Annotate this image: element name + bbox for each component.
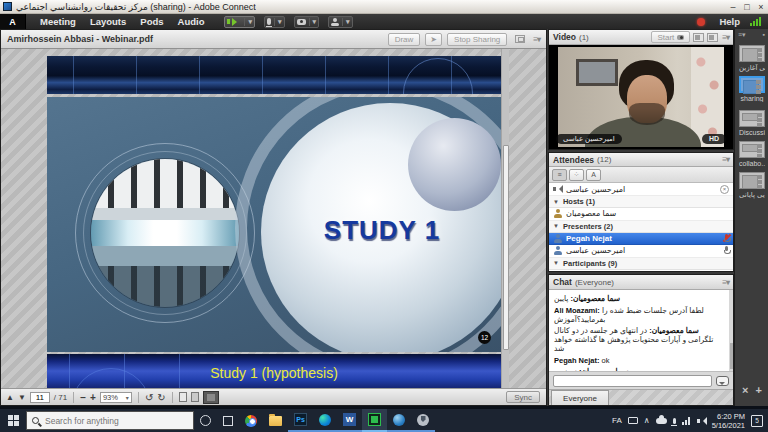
attendee-row-host[interactable]: سما معصومیان (549, 208, 733, 221)
attendees-pod-menu-icon[interactable]: ≡▾ (722, 155, 729, 164)
minimize-button[interactable]: – (726, 2, 740, 12)
onedrive-icon[interactable] (656, 418, 667, 424)
attendee-row-selected[interactable]: Pegah Nejat (549, 233, 733, 246)
participants-group-header[interactable]: ▼ Participants (9) (549, 258, 733, 270)
taskbar-security-app[interactable] (411, 409, 435, 432)
menu-meeting[interactable]: Meeting (40, 16, 76, 27)
help-menu[interactable]: Help (719, 16, 740, 27)
thumbnails-panel-button[interactable] (203, 391, 219, 404)
task-view-button[interactable] (217, 409, 239, 432)
page-down-button[interactable]: ▼ (18, 393, 26, 402)
attendee-list-view-button[interactable]: ≡ (552, 169, 567, 181)
hosts-group-header[interactable]: ▼ Hosts (1) (549, 196, 733, 208)
layout-item-opening[interactable]: پذیرایی آغازین (739, 45, 765, 72)
share-scrollbar[interactable] (501, 49, 509, 388)
sync-button[interactable]: Sync (506, 391, 540, 403)
page-number-input[interactable] (30, 392, 50, 403)
cortana-button[interactable] (194, 409, 217, 432)
language-indicator[interactable]: FA (612, 416, 622, 425)
connection-signal-icon[interactable] (750, 17, 761, 26)
zoom-in-button[interactable]: + (90, 392, 96, 403)
menu-audio[interactable]: Audio (178, 16, 205, 27)
microphone-dropdown[interactable]: ▾ (274, 18, 282, 26)
layout-item-sharing[interactable]: sharing (739, 76, 765, 102)
fullscreen-icon[interactable] (515, 35, 525, 43)
start-webcam-button[interactable]: Start (651, 31, 690, 43)
webcam-button[interactable]: ▾ (294, 16, 320, 28)
tray-microphone-icon[interactable] (673, 418, 676, 424)
microphone-button[interactable]: ▾ (264, 16, 285, 28)
add-layout-icon[interactable]: + (756, 384, 762, 396)
zoom-level-select[interactable]: 93% ▾ (100, 392, 132, 403)
taskbar-browser-app[interactable] (387, 409, 411, 432)
share-pod-menu-icon[interactable]: ≡▾ (533, 35, 540, 44)
rotate-left-button[interactable]: ↺ (145, 392, 153, 403)
pointer-button[interactable]: ➤ (425, 33, 442, 46)
taskbar-file-explorer[interactable] (263, 409, 288, 432)
speaker-button[interactable]: ▾ (224, 16, 255, 28)
chat-messages: سما معصومیان: پایین Ali Moazami: لطفا آد… (549, 290, 729, 371)
chat-pod-menu-icon[interactable]: ≡▾ (722, 278, 729, 287)
layout-thumbnail[interactable] (739, 141, 765, 158)
rotate-right-button[interactable]: ↻ (157, 392, 165, 403)
chat-message: سما معصومیان: پایین (554, 294, 724, 303)
delete-layout-icon[interactable]: × (742, 384, 748, 396)
keyboard-icon[interactable] (628, 417, 638, 424)
search-input[interactable] (43, 415, 173, 427)
chat-scrollbar[interactable] (729, 290, 733, 371)
chat-pod-header[interactable]: Chat (Everyone) ≡▾ (549, 275, 733, 290)
menu-pods[interactable]: Pods (140, 16, 163, 27)
hidden-icons-chevron[interactable]: ∧ (644, 416, 650, 425)
layouts-menu-icon[interactable]: ≡▾ (738, 31, 746, 39)
layout-item-discussion[interactable]: Discussion (739, 110, 765, 136)
taskbar-edge[interactable] (313, 409, 337, 432)
filmstrip-view-icon[interactable] (693, 33, 704, 42)
fit-width-icon[interactable] (191, 392, 199, 402)
presenters-group-header[interactable]: ▼ Presenters (2) (549, 221, 733, 233)
video-pod-header[interactable]: Video (1) Start ≡▾ (549, 30, 733, 45)
dismiss-speaker-icon[interactable]: × (720, 185, 729, 194)
layout-item-closing[interactable]: پذیرایی پایانی (739, 172, 765, 199)
speaker-dropdown[interactable]: ▾ (244, 18, 252, 26)
layout-item-collaboration[interactable]: collabo... (739, 141, 765, 167)
menu-layouts[interactable]: Layouts (90, 16, 126, 27)
notification-center-icon[interactable]: 5 (751, 415, 763, 427)
network-icon[interactable] (682, 417, 691, 425)
draw-button[interactable]: Draw (388, 33, 421, 46)
stop-sharing-button[interactable]: Stop Sharing (447, 33, 507, 46)
layout-thumbnail[interactable] (739, 45, 765, 62)
page-up-button[interactable]: ▲ (6, 393, 14, 402)
share-scrollbar-thumb[interactable] (503, 145, 509, 350)
attendees-pod-header[interactable]: Attendees (12) ≡▾ (549, 153, 733, 167)
attendee-row-presenter[interactable]: امیرحسین عباسی (549, 245, 733, 258)
taskbar-active-app[interactable] (362, 409, 387, 432)
grid-view-icon[interactable] (707, 33, 718, 42)
taskbar-word[interactable]: W (337, 409, 362, 432)
taskbar-search[interactable] (26, 411, 194, 430)
fit-page-icon[interactable] (179, 392, 187, 402)
send-message-icon[interactable] (716, 376, 729, 386)
video-pod-menu-icon[interactable]: ≡▾ (722, 33, 729, 42)
layouts-pin-icon[interactable]: ▪ (763, 31, 765, 38)
chat-input[interactable] (553, 375, 712, 387)
volume-icon[interactable] (697, 417, 706, 425)
taskbar-photoshop[interactable]: Ps (288, 409, 313, 432)
status-view-button[interactable]: A (586, 169, 601, 181)
start-button[interactable] (0, 409, 26, 432)
tab-everyone[interactable]: Everyone (551, 390, 609, 405)
chat-input-row (549, 371, 733, 389)
taskbar-chrome[interactable] (239, 409, 263, 432)
share-pod-header[interactable]: Amirhossein Abbasi - Webinar.pdf Draw ➤ … (1, 30, 546, 49)
zoom-out-button[interactable]: − (80, 392, 86, 403)
status-button[interactable]: ▾ (328, 16, 353, 28)
layout-thumbnail-selected[interactable] (739, 76, 765, 93)
close-button[interactable]: × (754, 2, 768, 12)
taskbar-clock[interactable]: 6:20 PM 5/16/2021 (712, 412, 745, 430)
maximize-button[interactable]: □ (740, 2, 754, 12)
breakout-view-button[interactable]: ⁘ (569, 169, 584, 181)
layout-thumbnail[interactable] (739, 110, 765, 127)
webcam-dropdown[interactable]: ▾ (309, 18, 317, 26)
attendee-row-participant[interactable]: Ali Moazami (549, 270, 733, 273)
status-dropdown[interactable]: ▾ (342, 18, 350, 26)
layout-thumbnail[interactable] (739, 172, 765, 189)
